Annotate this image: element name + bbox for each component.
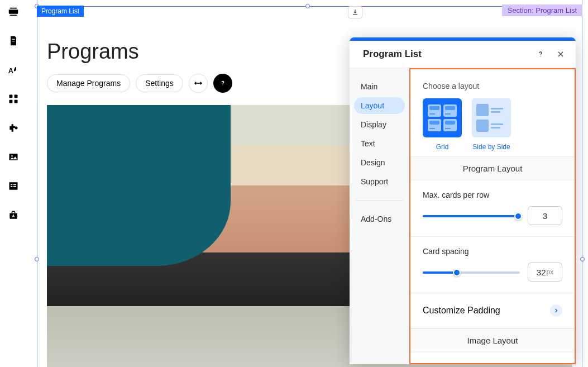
max-cards-label: Max. cards per row bbox=[423, 190, 562, 199]
manage-programs-button[interactable]: Manage Programs bbox=[47, 74, 130, 92]
page-icon[interactable] bbox=[7, 35, 20, 47]
svg-text:A: A bbox=[8, 66, 13, 75]
stretch-button[interactable] bbox=[189, 74, 208, 93]
settings-button[interactable]: Settings bbox=[136, 74, 183, 92]
data-icon[interactable] bbox=[7, 180, 20, 192]
program-layout-header: Program Layout bbox=[410, 156, 575, 180]
nav-separator bbox=[355, 200, 404, 201]
image-layout-header: Image Layout bbox=[410, 328, 575, 352]
svg-point-10 bbox=[15, 127, 18, 130]
svg-rect-8 bbox=[9, 100, 13, 103]
nav-display[interactable]: Display bbox=[354, 116, 405, 133]
panel-nav: Main Layout Display Text Design Support … bbox=[350, 68, 409, 364]
customize-padding-row[interactable]: Customize Padding bbox=[410, 293, 575, 328]
nav-main[interactable]: Main bbox=[354, 78, 405, 95]
card-spacing-input[interactable]: 32px bbox=[528, 263, 562, 282]
nav-design[interactable]: Design bbox=[354, 154, 405, 171]
layout-option-side-label: Side by Side bbox=[472, 143, 510, 151]
layout-option-side[interactable]: Side by Side bbox=[472, 98, 511, 151]
editor-canvas: Program List Section: Program List Progr… bbox=[27, 0, 588, 367]
help-button[interactable] bbox=[213, 74, 232, 93]
card-spacing-slider[interactable] bbox=[423, 266, 520, 278]
nav-layout[interactable]: Layout bbox=[354, 97, 405, 114]
max-cards-slider[interactable] bbox=[423, 210, 520, 221]
card-spacing-control: Card spacing 32px bbox=[410, 237, 575, 293]
svg-rect-6 bbox=[9, 95, 13, 98]
panel-title: Program List bbox=[363, 49, 422, 60]
layout-option-grid-label: Grid bbox=[436, 143, 449, 151]
close-icon[interactable] bbox=[556, 49, 566, 59]
extension-icon[interactable] bbox=[7, 122, 20, 134]
shape-label: Shape bbox=[410, 352, 575, 364]
apps-icon[interactable] bbox=[7, 93, 20, 105]
svg-point-21 bbox=[540, 56, 541, 56]
business-icon[interactable]: A bbox=[7, 209, 20, 221]
svg-rect-0 bbox=[9, 9, 18, 13]
svg-rect-7 bbox=[15, 95, 18, 98]
svg-rect-2 bbox=[10, 15, 17, 16]
panel-help-icon[interactable] bbox=[536, 49, 546, 59]
max-cards-input[interactable]: 3 bbox=[528, 206, 562, 225]
svg-text:A: A bbox=[12, 214, 15, 218]
customize-padding-label: Customize Padding bbox=[423, 306, 500, 316]
layout-option-grid[interactable]: Grid bbox=[423, 98, 462, 151]
nav-support[interactable]: Support bbox=[354, 173, 405, 190]
left-toolbar: A A bbox=[0, 0, 27, 367]
settings-panel: Program List Main Layout Display Text De… bbox=[350, 37, 576, 364]
layers-icon[interactable] bbox=[7, 6, 20, 18]
chevron-right-icon bbox=[550, 304, 562, 317]
panel-header: Program List bbox=[350, 41, 576, 68]
theme-icon[interactable]: A bbox=[7, 64, 20, 76]
nav-text[interactable]: Text bbox=[354, 135, 405, 152]
choose-layout-label: Choose a layout bbox=[423, 82, 562, 90]
svg-point-20 bbox=[222, 84, 223, 85]
svg-point-12 bbox=[11, 155, 13, 157]
svg-rect-1 bbox=[10, 8, 17, 9]
panel-content: Choose a layout Grid bbox=[409, 68, 576, 364]
svg-rect-15 bbox=[13, 184, 16, 185]
svg-rect-17 bbox=[13, 186, 16, 187]
svg-rect-3 bbox=[12, 39, 15, 40]
nav-addons[interactable]: Add-Ons bbox=[354, 211, 405, 227]
svg-rect-14 bbox=[11, 184, 12, 185]
media-icon[interactable] bbox=[7, 151, 20, 163]
card-spacing-label: Card spacing bbox=[423, 247, 562, 256]
svg-rect-9 bbox=[15, 100, 18, 103]
svg-rect-4 bbox=[12, 41, 15, 41]
max-cards-control: Max. cards per row 3 bbox=[410, 180, 575, 237]
svg-rect-16 bbox=[11, 186, 12, 187]
